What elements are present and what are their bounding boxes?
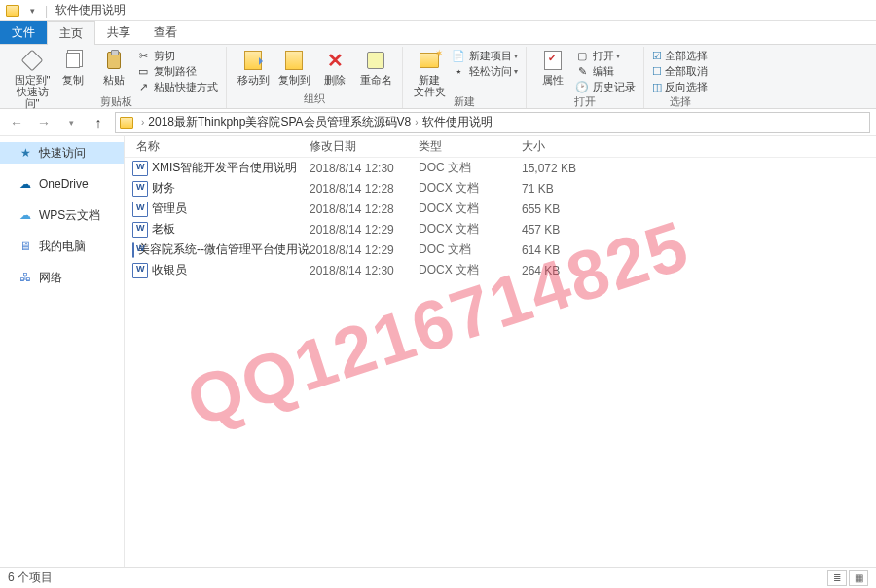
ribbon-tabs: 文件 主页 共享 查看 <box>0 21 876 45</box>
table-row[interactable]: 财务2018/8/14 12:28DOCX 文档71 KB <box>125 178 876 199</box>
copy-icon <box>66 53 80 68</box>
file-type: DOCX 文档 <box>419 201 522 217</box>
ribbon-group-organize: 移动到 复制到 ✕删除 重命名 组织 <box>227 47 403 108</box>
file-pane: 名称 修改日期 类型 大小 XMIS智能开发平台使用说明2018/8/14 12… <box>125 136 876 567</box>
paste-shortcut-button[interactable]: ↗粘贴快捷方式 <box>136 80 218 94</box>
file-date: 2018/8/14 12:30 <box>310 162 419 175</box>
new-folder-button[interactable]: 新建 文件夹 <box>409 47 450 97</box>
rename-button[interactable]: 重命名 <box>355 47 396 86</box>
col-date[interactable]: 修改日期 <box>310 138 419 155</box>
file-size: 655 KB <box>522 202 609 216</box>
file-date: 2018/8/14 12:29 <box>310 243 419 257</box>
properties-button[interactable]: 属性 <box>532 47 573 86</box>
sidebar-item-thispc[interactable]: 🖥我的电脑 <box>0 236 124 257</box>
recent-dropdown[interactable]: ▾ <box>60 112 82 133</box>
paste-button[interactable]: 粘贴 <box>93 47 134 86</box>
cloud-icon: ☁ <box>18 207 33 223</box>
pin-icon <box>21 50 44 72</box>
table-row[interactable]: XMIS智能开发平台使用说明2018/8/14 12:30DOC 文档15,07… <box>125 158 876 178</box>
copy-button[interactable]: 复制 <box>53 47 93 86</box>
separator-icon: | <box>45 4 48 18</box>
doc-icon <box>132 161 148 176</box>
file-type: DOC 文档 <box>419 160 522 176</box>
invert-icon: ◫ <box>652 81 662 93</box>
tab-share[interactable]: 共享 <box>95 21 142 44</box>
sidebar-item-network[interactable]: 🖧网络 <box>0 267 124 288</box>
delete-icon: ✕ <box>327 50 344 71</box>
file-date: 2018/8/14 12:30 <box>310 264 419 277</box>
network-icon: 🖧 <box>18 270 33 285</box>
folder-icon <box>120 117 133 129</box>
window-title: 软件使用说明 <box>55 2 126 18</box>
edit-icon: ✎ <box>575 65 589 79</box>
doc-icon <box>132 242 134 258</box>
select-all-button[interactable]: ☑全部选择 <box>652 49 708 63</box>
back-button[interactable]: ← <box>6 112 27 133</box>
properties-icon <box>544 51 562 70</box>
doc-icon <box>132 263 148 278</box>
newitem-icon: 📄 <box>452 50 465 63</box>
icons-view-button[interactable]: ▦ <box>849 570 868 586</box>
rename-icon <box>367 52 384 69</box>
group-label: 组织 <box>304 91 325 108</box>
folder-icon <box>4 2 21 19</box>
breadcrumb-seg[interactable]: 软件使用说明 <box>422 114 493 130</box>
table-row[interactable]: 美容院系统--微信管理平台使用说明2018/8/14 12:29DOC 文档61… <box>125 239 876 260</box>
move-to-button[interactable]: 移动到 <box>233 47 274 86</box>
col-type[interactable]: 类型 <box>419 138 522 155</box>
tab-file[interactable]: 文件 <box>0 21 47 44</box>
copy-to-button[interactable]: 复制到 <box>274 47 314 86</box>
table-row[interactable]: 管理员2018/8/14 12:28DOCX 文档655 KB <box>125 199 876 219</box>
breadcrumb-seg[interactable]: 2018最新Thinkphp美容院SPA会员管理系统源码V8 <box>148 114 411 130</box>
ribbon-group-select: ☑全部选择 ☐全部取消 ◫反向选择 选择 <box>644 47 715 108</box>
table-row[interactable]: 收银员2018/8/14 12:30DOCX 文档264 KB <box>125 260 876 280</box>
chevron-icon: › <box>141 117 144 128</box>
sidebar-item-onedrive[interactable]: ☁OneDrive <box>0 173 124 195</box>
open-icon: ▢ <box>575 50 589 63</box>
doc-icon <box>132 222 148 238</box>
history-button[interactable]: 🕑历史记录 <box>575 80 636 94</box>
ribbon-group-new: 新建 文件夹 📄新建项目▾ ⭑轻松访问▾ 新建 <box>403 47 527 108</box>
edit-button[interactable]: ✎编辑 <box>575 64 636 79</box>
file-list: XMIS智能开发平台使用说明2018/8/14 12:30DOC 文档15,07… <box>125 158 876 567</box>
cut-button[interactable]: ✂剪切 <box>136 49 218 63</box>
paste-icon <box>107 52 121 69</box>
sidebar-item-wps[interactable]: ☁WPS云文档 <box>0 204 124 226</box>
star-icon: ★ <box>18 145 33 161</box>
col-name[interactable]: 名称 <box>128 138 310 155</box>
table-row[interactable]: 老板2018/8/14 12:29DOCX 文档457 KB <box>125 219 876 239</box>
file-size: 457 KB <box>522 223 609 237</box>
up-button[interactable]: ↑ <box>88 112 109 133</box>
shortcut-icon: ↗ <box>136 81 150 94</box>
new-item-button[interactable]: 📄新建项目▾ <box>452 49 518 63</box>
invert-selection-button[interactable]: ◫反向选择 <box>652 80 708 94</box>
copypath-icon: ▭ <box>136 65 150 79</box>
file-type: DOCX 文档 <box>419 221 522 238</box>
address-bar[interactable]: › 2018最新Thinkphp美容院SPA会员管理系统源码V8 › 软件使用说… <box>115 112 870 133</box>
copy-path-button[interactable]: ▭复制路径 <box>136 64 218 79</box>
open-button[interactable]: ▢打开▾ <box>575 49 636 63</box>
tab-home[interactable]: 主页 <box>47 21 95 45</box>
select-none-button[interactable]: ☐全部取消 <box>652 64 708 79</box>
delete-button[interactable]: ✕删除 <box>314 47 355 86</box>
sidebar-item-quick-access[interactable]: ★快速访问 <box>0 142 124 164</box>
pin-to-quick-access-button[interactable]: 固定到" 快速访问" <box>12 47 53 109</box>
doc-icon <box>132 202 148 217</box>
selectall-icon: ☑ <box>652 50 662 62</box>
nav-row: ← → ▾ ↑ › 2018最新Thinkphp美容院SPA会员管理系统源码V8… <box>0 109 876 136</box>
details-view-button[interactable]: ≣ <box>827 570 847 586</box>
col-size[interactable]: 大小 <box>522 138 609 155</box>
ribbon-group-open: 属性 ▢打开▾ ✎编辑 🕑历史记录 打开 <box>527 47 644 108</box>
cloud-icon: ☁ <box>18 176 33 192</box>
tab-view[interactable]: 查看 <box>142 21 189 44</box>
file-name: 管理员 <box>152 201 187 217</box>
group-label: 剪贴板 <box>100 93 132 111</box>
qat-dropdown-icon[interactable]: ▾ <box>23 2 41 19</box>
easy-access-button[interactable]: ⭑轻松访问▾ <box>452 64 518 79</box>
pc-icon: 🖥 <box>18 239 33 254</box>
easyaccess-icon: ⭑ <box>452 65 465 79</box>
file-name: 老板 <box>152 221 175 238</box>
forward-button[interactable]: → <box>33 112 55 133</box>
file-size: 264 KB <box>522 264 609 277</box>
history-icon: 🕑 <box>575 81 589 94</box>
